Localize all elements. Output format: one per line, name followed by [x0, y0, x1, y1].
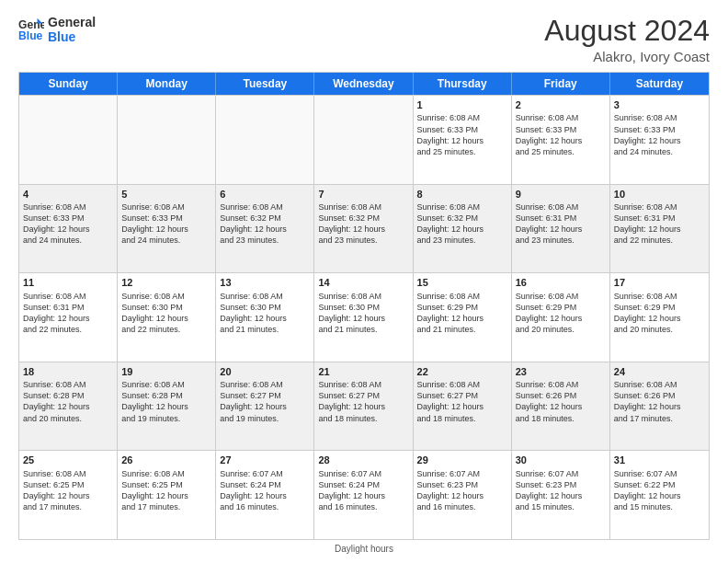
cal-cell: 7Sunrise: 6:08 AMSunset: 6:32 PMDaylight… — [314, 185, 413, 273]
cal-cell: 22Sunrise: 6:08 AMSunset: 6:27 PMDayligh… — [414, 362, 512, 451]
day-number: 26 — [121, 454, 211, 466]
day-number: 15 — [417, 276, 507, 289]
week-row-1: 1Sunrise: 6:08 AMSunset: 6:33 PMDaylight… — [19, 95, 709, 184]
day-number: 21 — [318, 365, 408, 378]
cal-cell: 11Sunrise: 6:08 AMSunset: 6:31 PMDayligh… — [19, 273, 118, 362]
cell-info: Sunrise: 6:07 AMSunset: 6:23 PMDaylight:… — [417, 468, 507, 513]
cal-cell: 3Sunrise: 6:08 AMSunset: 6:33 PMDaylight… — [610, 96, 709, 184]
cal-cell: 10Sunrise: 6:08 AMSunset: 6:31 PMDayligh… — [610, 185, 709, 273]
day-number: 30 — [516, 454, 606, 466]
calendar-body: 1Sunrise: 6:08 AMSunset: 6:33 PMDaylight… — [19, 95, 709, 539]
day-number: 23 — [516, 365, 606, 378]
cell-info: Sunrise: 6:08 AMSunset: 6:29 PMDaylight:… — [417, 291, 507, 336]
day-header-monday: Monday — [118, 73, 216, 95]
cell-info: Sunrise: 6:08 AMSunset: 6:32 PMDaylight:… — [417, 201, 507, 247]
cal-cell: 29Sunrise: 6:07 AMSunset: 6:23 PMDayligh… — [414, 451, 512, 539]
cell-info: Sunrise: 6:08 AMSunset: 6:26 PMDaylight:… — [516, 379, 606, 424]
cell-info: Sunrise: 6:08 AMSunset: 6:32 PMDaylight:… — [220, 201, 310, 247]
day-number: 18 — [23, 365, 113, 378]
cal-cell: 26Sunrise: 6:08 AMSunset: 6:25 PMDayligh… — [118, 451, 216, 539]
day-number: 4 — [23, 188, 113, 201]
day-number: 16 — [516, 276, 606, 289]
day-number: 9 — [516, 188, 606, 201]
location: Alakro, Ivory Coast — [544, 49, 710, 64]
day-number: 31 — [614, 454, 705, 466]
day-number: 27 — [220, 454, 310, 466]
cal-cell: 16Sunrise: 6:08 AMSunset: 6:29 PMDayligh… — [512, 273, 610, 362]
cell-info: Sunrise: 6:08 AMSunset: 6:28 PMDaylight:… — [23, 379, 113, 424]
cal-cell: 19Sunrise: 6:08 AMSunset: 6:28 PMDayligh… — [118, 362, 216, 451]
cell-info: Sunrise: 6:08 AMSunset: 6:31 PMDaylight:… — [23, 291, 113, 336]
logo: General Blue General Blue — [18, 15, 96, 44]
cell-info: Sunrise: 6:08 AMSunset: 6:25 PMDaylight:… — [121, 468, 211, 513]
day-number: 10 — [614, 188, 705, 201]
day-number: 5 — [121, 188, 211, 201]
cell-info: Sunrise: 6:08 AMSunset: 6:30 PMDaylight:… — [318, 291, 408, 336]
cell-info: Sunrise: 6:08 AMSunset: 6:29 PMDaylight:… — [614, 291, 705, 336]
cal-cell: 6Sunrise: 6:08 AMSunset: 6:32 PMDaylight… — [216, 185, 314, 273]
day-header-thursday: Thursday — [414, 73, 512, 95]
cell-info: Sunrise: 6:08 AMSunset: 6:29 PMDaylight:… — [516, 291, 606, 336]
cell-info: Sunrise: 6:07 AMSunset: 6:23 PMDaylight:… — [516, 468, 606, 513]
cell-info: Sunrise: 6:08 AMSunset: 6:30 PMDaylight:… — [121, 291, 211, 336]
day-number: 12 — [121, 276, 211, 289]
title-block: August 2024 Alakro, Ivory Coast — [544, 15, 710, 64]
cell-info: Sunrise: 6:08 AMSunset: 6:33 PMDaylight:… — [417, 112, 507, 157]
month-year: August 2024 — [544, 15, 710, 47]
day-number: 25 — [23, 454, 113, 466]
day-number: 19 — [121, 365, 211, 378]
day-header-sunday: Sunday — [19, 73, 118, 95]
cal-cell: 23Sunrise: 6:08 AMSunset: 6:26 PMDayligh… — [512, 362, 610, 451]
week-row-5: 25Sunrise: 6:08 AMSunset: 6:25 PMDayligh… — [19, 450, 709, 539]
day-header-tuesday: Tuesday — [216, 73, 314, 95]
footer-note: Daylight hours — [18, 544, 710, 554]
cal-cell: 30Sunrise: 6:07 AMSunset: 6:23 PMDayligh… — [512, 451, 610, 539]
cal-cell: 8Sunrise: 6:08 AMSunset: 6:32 PMDaylight… — [414, 185, 512, 273]
cell-info: Sunrise: 6:08 AMSunset: 6:33 PMDaylight:… — [23, 201, 113, 247]
day-number: 6 — [220, 188, 310, 201]
day-number: 24 — [614, 365, 705, 378]
cell-info: Sunrise: 6:08 AMSunset: 6:33 PMDaylight:… — [614, 112, 705, 157]
cal-cell: 31Sunrise: 6:07 AMSunset: 6:22 PMDayligh… — [610, 451, 709, 539]
day-number: 17 — [614, 276, 705, 289]
cell-info: Sunrise: 6:08 AMSunset: 6:33 PMDaylight:… — [121, 201, 211, 247]
day-number: 29 — [417, 454, 507, 466]
cell-info: Sunrise: 6:08 AMSunset: 6:32 PMDaylight:… — [318, 201, 408, 247]
week-row-2: 4Sunrise: 6:08 AMSunset: 6:33 PMDaylight… — [19, 184, 709, 273]
cell-info: Sunrise: 6:07 AMSunset: 6:22 PMDaylight:… — [614, 468, 705, 513]
day-number: 28 — [318, 454, 408, 466]
cell-info: Sunrise: 6:08 AMSunset: 6:33 PMDaylight:… — [516, 112, 606, 157]
cal-cell: 12Sunrise: 6:08 AMSunset: 6:30 PMDayligh… — [118, 273, 216, 362]
cell-info: Sunrise: 6:08 AMSunset: 6:27 PMDaylight:… — [220, 379, 310, 424]
day-header-wednesday: Wednesday — [314, 73, 413, 95]
cal-cell: 4Sunrise: 6:08 AMSunset: 6:33 PMDaylight… — [19, 185, 118, 273]
cell-info: Sunrise: 6:08 AMSunset: 6:31 PMDaylight:… — [516, 201, 606, 247]
cal-cell: 27Sunrise: 6:07 AMSunset: 6:24 PMDayligh… — [216, 451, 314, 539]
cal-cell: 18Sunrise: 6:08 AMSunset: 6:28 PMDayligh… — [19, 362, 118, 451]
cell-info: Sunrise: 6:08 AMSunset: 6:27 PMDaylight:… — [417, 379, 507, 424]
svg-text:Blue: Blue — [18, 29, 43, 42]
cal-cell: 28Sunrise: 6:07 AMSunset: 6:24 PMDayligh… — [314, 451, 413, 539]
cal-cell: 5Sunrise: 6:08 AMSunset: 6:33 PMDaylight… — [118, 185, 216, 273]
cal-cell: 14Sunrise: 6:08 AMSunset: 6:30 PMDayligh… — [314, 273, 413, 362]
cal-cell: 20Sunrise: 6:08 AMSunset: 6:27 PMDayligh… — [216, 362, 314, 451]
day-number: 13 — [220, 276, 310, 289]
cell-info: Sunrise: 6:07 AMSunset: 6:24 PMDaylight:… — [318, 468, 408, 513]
cell-info: Sunrise: 6:07 AMSunset: 6:24 PMDaylight:… — [220, 468, 310, 513]
cal-cell — [216, 96, 314, 184]
cal-cell: 15Sunrise: 6:08 AMSunset: 6:29 PMDayligh… — [414, 273, 512, 362]
day-number: 14 — [318, 276, 408, 289]
cal-cell: 25Sunrise: 6:08 AMSunset: 6:25 PMDayligh… — [19, 451, 118, 539]
calendar-header: SundayMondayTuesdayWednesdayThursdayFrid… — [19, 73, 709, 95]
cal-cell: 1Sunrise: 6:08 AMSunset: 6:33 PMDaylight… — [414, 96, 512, 184]
week-row-4: 18Sunrise: 6:08 AMSunset: 6:28 PMDayligh… — [19, 362, 709, 451]
cell-info: Sunrise: 6:08 AMSunset: 6:30 PMDaylight:… — [220, 291, 310, 336]
day-number: 7 — [318, 188, 408, 201]
day-header-friday: Friday — [512, 73, 610, 95]
calendar: SundayMondayTuesdayWednesdayThursdayFrid… — [18, 72, 710, 540]
cell-info: Sunrise: 6:08 AMSunset: 6:27 PMDaylight:… — [318, 379, 408, 424]
cell-info: Sunrise: 6:08 AMSunset: 6:26 PMDaylight:… — [614, 379, 705, 424]
week-row-3: 11Sunrise: 6:08 AMSunset: 6:31 PMDayligh… — [19, 272, 709, 362]
day-number: 1 — [417, 98, 507, 111]
cal-cell — [118, 96, 216, 184]
